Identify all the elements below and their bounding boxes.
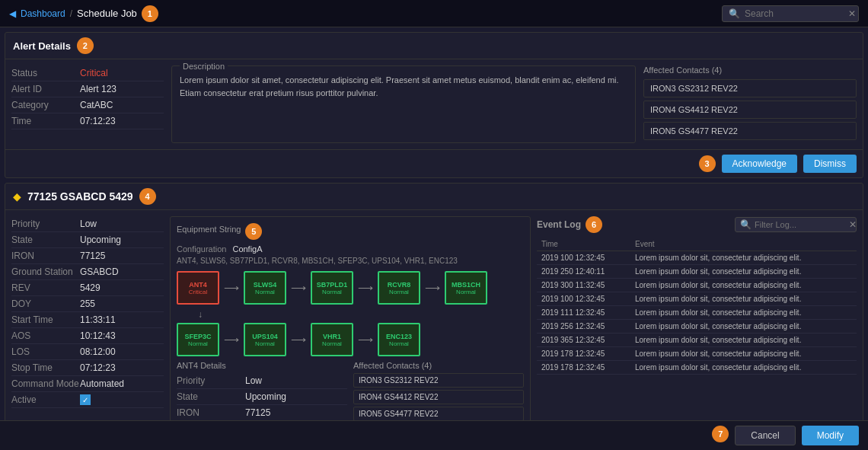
equipment-section: Equipment String 5 Configuration ConfigA…: [170, 216, 531, 444]
acknowledge-button[interactable]: Acknowledge: [722, 155, 797, 173]
dashboard-link[interactable]: Dashboard: [21, 8, 65, 19]
ant4-affected-title: Affected Contacts (4): [353, 361, 524, 370]
search-input[interactable]: [745, 8, 844, 19]
field-los: LOS 08:12:00: [11, 344, 164, 360]
rev-label: REV: [11, 282, 80, 293]
breadcrumb-separator: /: [70, 8, 72, 19]
ant4-state-label: State: [177, 391, 245, 402]
event-log-title: Event Log: [537, 219, 581, 230]
contact-header: ◆ 77125 GSABCD 5429 4: [5, 184, 863, 210]
node-sb7pld1-status: Normal: [322, 289, 342, 295]
event-time: 2019 100 12:32:45: [537, 292, 630, 306]
node-vhr1[interactable]: VHR1 Normal: [311, 323, 353, 356]
clear-search-icon[interactable]: ✕: [848, 8, 856, 19]
event-text: Lorem ipsum dolor sit, consectetur adipi…: [630, 334, 857, 347]
table-row: 2019 250 12:40:11Lorem ipsum dolor sit, …: [537, 265, 857, 279]
node-rcvr8[interactable]: RCVR8 Normal: [378, 271, 420, 305]
field-alertid: Alert ID Alert 123: [11, 81, 164, 97]
event-time: 2019 111 12:32:45: [537, 306, 630, 320]
arrow7: ⟶: [358, 334, 373, 346]
node-rcvr8-status: Normal: [389, 289, 409, 295]
filter-log-input[interactable]: [755, 220, 846, 229]
equipment-title: Equipment String: [177, 225, 241, 234]
node-mbs1ch-status: Normal: [456, 289, 476, 295]
node-enc123[interactable]: ENC123 Normal: [378, 323, 420, 356]
event-time: 2019 250 12:40:11: [537, 265, 630, 279]
command-mode-value: Automated: [80, 378, 124, 389]
arrow2: ⟶: [291, 282, 306, 294]
header-left: ◀ Dashboard / Schedule Job 1: [9, 5, 158, 22]
active-checkbox[interactable]: ✓: [80, 394, 91, 405]
bottom-bar: 7 Cancel Modify: [0, 420, 868, 450]
node-slws4[interactable]: SLWS4 Normal: [244, 271, 286, 305]
alertid-label: Alert ID: [11, 84, 80, 94]
ant4-iron-label: IRON: [177, 407, 245, 418]
ant4-iron: IRON 77125: [177, 405, 347, 421]
ant4-contact-item: IRON5 GS4477 REV22: [353, 407, 524, 421]
field-iron: IRON 77125: [11, 248, 164, 264]
step5-badge: 5: [245, 223, 262, 240]
start-time-label: Start Time: [11, 314, 80, 325]
node-rcvr8-label: RCVR8: [388, 281, 411, 289]
los-label: LOS: [11, 346, 80, 357]
node-enc123-label: ENC123: [386, 333, 412, 340]
field-time: Time 07:12:23: [11, 113, 164, 129]
event-text: Lorem ipsum dolor sit, consectetur adipi…: [630, 292, 857, 306]
event-text: Lorem ipsum dolor sit, consectetur adipi…: [630, 347, 857, 361]
contact-item: IRON4 GS4412 REV22: [643, 101, 857, 119]
field-doy: DOY 255: [11, 296, 164, 312]
node-ups104-label: UPS104: [252, 333, 278, 340]
equip-string-label: ANT4, SLWS6, SB77PLD1, RCVR8, MBS1CH, SF…: [177, 257, 524, 265]
stop-time-value: 07:12:23: [80, 362, 116, 373]
ground-station-value: GSABCD: [80, 266, 119, 277]
contact-item: IRON5 GS4477 REV22: [643, 122, 857, 140]
modify-button[interactable]: Modify: [802, 426, 859, 445]
node-sb7pld1[interactable]: SB7PLD1 Normal: [311, 271, 353, 305]
node-sb7pld1-label: SB7PLD1: [317, 281, 348, 289]
event-log-header: Event Log 6 🔍 ✕: [537, 216, 857, 233]
node-slws4-status: Normal: [255, 289, 275, 295]
node-ant4[interactable]: ANT4 Critical: [177, 271, 219, 305]
col-time: Time: [537, 238, 630, 251]
arrow1: ⟶: [224, 282, 239, 294]
cancel-button[interactable]: Cancel: [735, 426, 795, 445]
state-label: State: [11, 235, 80, 245]
node-sfep3c[interactable]: SFEP3C Normal: [177, 323, 219, 356]
contact-fields: Priority Low State Upcoming IRON 77125 G…: [11, 216, 164, 444]
description-box: Description Lorem ipsum dolor sit amet, …: [171, 65, 636, 143]
ant4-priority-label: Priority: [177, 375, 245, 386]
step4-badge: 4: [139, 188, 156, 205]
col-event: Event: [630, 238, 857, 251]
ant4-details-title: ANT4 Details: [177, 361, 347, 370]
category-value: CatABC: [80, 100, 113, 110]
search-box: 🔍 ✕: [722, 5, 859, 22]
node-ant4-label: ANT4: [189, 281, 207, 289]
dismiss-button[interactable]: Dismiss: [803, 155, 857, 173]
equip-config: Configuration ConfigA: [177, 244, 524, 254]
event-log-section: Event Log 6 🔍 ✕ Time Event 2019 100: [537, 216, 857, 444]
node-ups104[interactable]: UPS104 Normal: [244, 323, 286, 356]
time-label: Time: [11, 116, 80, 126]
node-sfep3c-status: Normal: [188, 340, 208, 347]
alertid-value: Alert 123: [80, 84, 116, 94]
node-mbs1ch[interactable]: MBS1CH Normal: [445, 271, 487, 305]
doy-value: 255: [80, 298, 95, 309]
event-text: Lorem ipsum dolor sit, consectetur adipi…: [630, 361, 857, 375]
clear-filter-icon[interactable]: ✕: [849, 219, 857, 230]
priority-value: Low: [80, 219, 97, 229]
command-mode-label: Command Mode: [11, 378, 80, 389]
table-row: 2019 300 11:32:45Lorem ipsum dolor sit, …: [537, 279, 857, 292]
diamond-icon: ◆: [13, 190, 21, 203]
iron-label: IRON: [11, 251, 80, 261]
ant4-priority-value: Low: [245, 375, 262, 386]
status-label: Status: [11, 68, 80, 78]
event-time: 2019 178 12:32:45: [537, 361, 630, 375]
affected-contacts: Affected Contacts (4) IRON3 GS2312 REV22…: [643, 65, 857, 143]
ant4-priority: Priority Low: [177, 373, 347, 389]
contact-item: IRON3 GS2312 REV22: [643, 79, 857, 97]
field-stop-time: Stop Time 07:12:23: [11, 360, 164, 376]
header: ◀ Dashboard / Schedule Job 1 🔍 ✕: [0, 0, 868, 27]
node-mbs1ch-label: MBS1CH: [452, 281, 480, 289]
contact-body: Priority Low State Upcoming IRON 77125 G…: [5, 210, 863, 450]
step6-badge: 6: [586, 216, 602, 233]
